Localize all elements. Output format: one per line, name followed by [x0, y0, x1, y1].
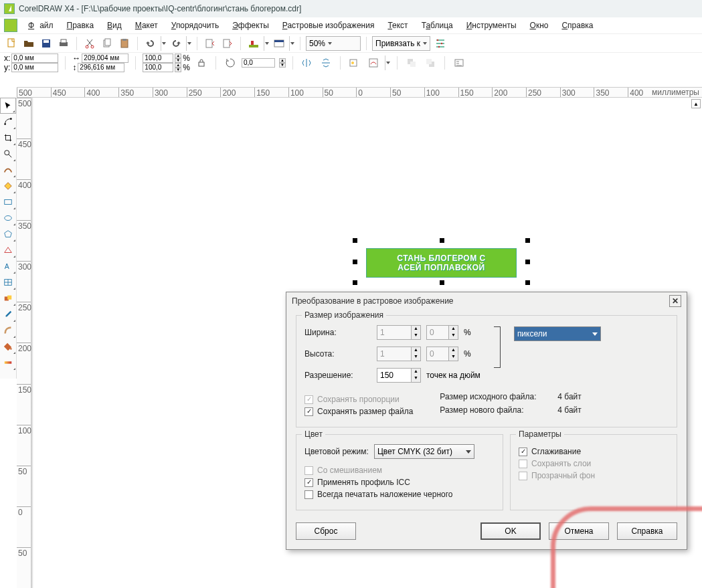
banner-object[interactable]: СТАНЬ БЛОГЕРОМ С АСЕЙ ПОПЛАВСКОЙ	[366, 248, 517, 278]
paste-icon[interactable]	[117, 36, 132, 51]
menu-arrange[interactable]: Упорядочить	[169, 19, 222, 31]
svg-rect-8	[105, 39, 110, 45]
rotation-spinner[interactable]: ▲▼	[279, 58, 286, 68]
welcome-icon[interactable]	[272, 36, 286, 51]
export-icon[interactable]	[220, 36, 235, 51]
copy-icon[interactable]	[100, 36, 114, 51]
ok-button[interactable]: OK	[480, 522, 541, 540]
save-icon[interactable]	[39, 36, 54, 51]
units-combo[interactable]: пиксели	[514, 326, 601, 341]
group-params-label: Параметры	[516, 429, 564, 439]
import-icon[interactable]	[203, 36, 217, 51]
ellipse-tool-icon[interactable]	[0, 210, 16, 226]
mirror-h-icon[interactable]	[300, 56, 315, 70]
table-tool-icon[interactable]	[0, 274, 16, 290]
svg-text:A: A	[5, 262, 9, 270]
eyedropper-tool-icon[interactable]	[0, 306, 16, 322]
keep-size-checkbox[interactable]: ✓Сохранять размер файла	[304, 407, 413, 416]
shape-tool-icon[interactable]	[0, 114, 16, 130]
menu-view[interactable]: Вид	[104, 19, 124, 31]
banner-line1: СТАНЬ БЛОГЕРОМ С	[397, 254, 485, 263]
y-input[interactable]: 0,0 мм	[11, 63, 58, 72]
print-icon[interactable]	[56, 36, 71, 51]
overprint-checkbox[interactable]: Всегда печатать наложение черного	[304, 490, 495, 499]
svg-point-18	[441, 42, 442, 43]
zoom-combo[interactable]: 50%	[306, 36, 361, 51]
svg-point-29	[4, 123, 6, 125]
color-mode-value: Цвет CMYK (32 бит)	[377, 447, 452, 456]
menu-effects[interactable]: Эффекты	[230, 19, 272, 31]
reset-button[interactable]: Сброс	[296, 522, 356, 540]
window-title: CorelDRAW X4 - [F:\L\рабочие проекты\IQ-…	[19, 4, 301, 13]
menu-bitmaps[interactable]: Растровые изображения	[280, 19, 377, 31]
new-icon[interactable]	[4, 36, 19, 51]
size-box: ↔209,004 мм ↕296,616 мм	[72, 54, 128, 72]
polygon-tool-icon[interactable]	[0, 226, 16, 242]
resolution-spinner[interactable]: ▲▼	[377, 368, 421, 383]
percent-label: %	[183, 54, 190, 63]
height-input[interactable]: 296,616 мм	[78, 63, 124, 72]
edit-bitmap-icon[interactable]	[347, 56, 362, 70]
menu-window[interactable]: Окно	[527, 19, 551, 31]
app-launcher-dropdown-icon[interactable]	[264, 36, 269, 51]
smart-fill-icon[interactable]	[0, 178, 16, 194]
svg-rect-23	[369, 59, 377, 67]
welcome-dropdown-icon[interactable]	[289, 36, 294, 51]
redo-icon[interactable]	[169, 36, 183, 51]
undo-icon[interactable]	[143, 36, 158, 51]
cut-icon[interactable]	[82, 36, 97, 51]
width-pct-spinner: ▲▼	[426, 325, 458, 340]
redo-dropdown-icon[interactable]	[186, 36, 191, 51]
options-icon[interactable]	[433, 36, 448, 51]
height-label: Высота:	[304, 349, 371, 359]
pick-tool-icon[interactable]	[0, 98, 16, 114]
mirror-v-icon[interactable]	[319, 56, 333, 70]
scroll-up-icon[interactable]: ▲	[691, 99, 701, 108]
color-mode-combo[interactable]: Цвет CMYK (32 бит)	[374, 444, 474, 459]
wrap-text-icon[interactable]	[452, 56, 466, 70]
to-front-icon	[404, 56, 419, 70]
crop-tool-icon[interactable]	[0, 130, 16, 146]
close-icon[interactable]: ✕	[669, 295, 681, 307]
basic-shapes-icon[interactable]	[0, 242, 16, 258]
menu-file[interactable]: Файл	[25, 19, 56, 31]
freehand-tool-icon[interactable]	[0, 162, 16, 178]
snap-label: Привязать к	[375, 39, 420, 48]
help-button[interactable]: Справка	[617, 522, 677, 540]
menu-tools[interactable]: Инструменты	[464, 19, 519, 31]
x-input[interactable]: 0,0 мм	[11, 54, 58, 63]
antialias-checkbox[interactable]: ✓Сглаживание	[519, 447, 669, 456]
open-icon[interactable]	[21, 36, 36, 51]
app-launcher-icon[interactable]	[246, 36, 261, 51]
menu-layout[interactable]: Макет	[133, 19, 161, 31]
interactive-tool-icon[interactable]	[0, 290, 16, 306]
menu-help[interactable]: Справка	[559, 19, 596, 31]
menu-text[interactable]: Текст	[385, 19, 410, 31]
canvas[interactable]: ▲ СТАНЬ БЛОГЕРОМ С АСЕЙ ПОПЛАВСКОЙ Преоб…	[31, 98, 702, 588]
scale-box: 100,0▲▼% 100,0▲▼%	[143, 54, 190, 72]
outline-tool-icon[interactable]	[0, 322, 16, 338]
width-input[interactable]: 209,004 мм	[82, 54, 128, 63]
zoom-tool-icon[interactable]	[0, 146, 16, 162]
rectangle-tool-icon[interactable]	[0, 194, 16, 210]
src-size-label: Размер исходного файла:	[440, 392, 553, 401]
fill-tool-icon[interactable]	[0, 338, 16, 355]
text-tool-icon[interactable]: A	[0, 258, 16, 274]
trace-bitmap-icon[interactable]	[366, 56, 381, 70]
snap-combo[interactable]: Привязать к	[372, 36, 430, 51]
trace-dropdown-icon[interactable]	[385, 56, 390, 70]
scale-y-input[interactable]: 100,0	[143, 63, 173, 72]
interactive-fill-icon[interactable]	[0, 355, 16, 371]
lock-ratio-icon[interactable]	[194, 56, 209, 70]
cancel-button[interactable]: Отмена	[549, 522, 609, 540]
apply-icc-checkbox[interactable]: ✓Применять профиль ICC	[304, 478, 495, 487]
dialog-titlebar[interactable]: Преобразование в растровое изображение ✕	[286, 292, 687, 310]
rotation-input[interactable]: 0,0	[242, 58, 275, 68]
undo-dropdown-icon[interactable]	[161, 36, 166, 51]
rotate-icon[interactable]	[223, 56, 238, 70]
scale-x-input[interactable]: 100,0	[143, 54, 173, 63]
layers-checkbox: Сохранять слои	[519, 459, 669, 468]
svg-point-30	[10, 118, 12, 120]
menu-table[interactable]: Таблица	[419, 19, 456, 31]
menu-edit[interactable]: Правка	[64, 19, 97, 31]
